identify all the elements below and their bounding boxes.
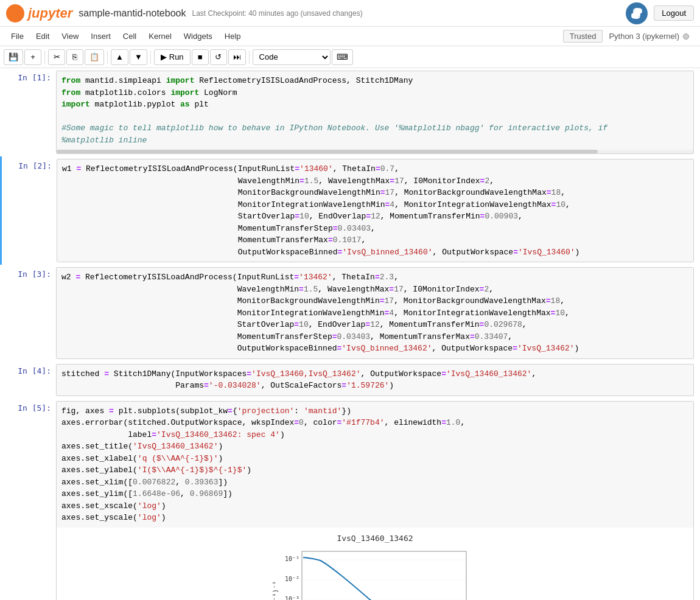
cell-5-code[interactable]: fig, axes = plt.subplots(subplot_kw={'pr… [57, 402, 693, 528]
notebook: In [1]: from mantid.simpleapi import Ref… [0, 68, 700, 600]
save-button[interactable]: 💾 [4, 49, 23, 65]
kernel-status-circle [683, 33, 689, 40]
cell-3: In [3]: w2 = ReflectometryISISLoadAndPro… [0, 265, 700, 361]
logout-button[interactable]: Logout [654, 5, 694, 21]
run-button[interactable]: ▶ Run [154, 49, 191, 65]
interrupt-button[interactable]: ■ [192, 49, 209, 65]
svg-text:10⁻¹: 10⁻¹ [285, 556, 299, 562]
cell-1-content[interactable]: from mantid.simpleapi import Reflectomet… [56, 71, 694, 154]
kernel-info-text: Python 3 (ipykernel) [609, 32, 679, 41]
cell-3-code[interactable]: w2 = ReflectometryISISLoadAndProcess(Inp… [57, 268, 693, 358]
cell-2-content[interactable]: w1 = ReflectometryISISLoadAndProcess(Inp… [57, 159, 694, 262]
cell-2-code[interactable]: w1 = ReflectometryISISLoadAndProcess(Inp… [57, 159, 693, 262]
run-icon: ▶ [161, 52, 167, 61]
cell-1: In [1]: from mantid.simpleapi import Ref… [0, 68, 700, 156]
chart-output: IvsQ_13460_13462 I(Å⁻¹)⁻¹ 10⁻¹ 10⁻² 10⁻³… [57, 528, 693, 601]
topbar-left: jupyter sample-mantid-notebook Last Chec… [6, 4, 363, 23]
cell-3-prompt: In [3]: [1, 265, 56, 361]
menu-file[interactable]: File [5, 30, 30, 43]
checkpoint-info: Last Checkpoint: 40 minutes ago (unsaved… [192, 9, 362, 18]
cell-4-prompt: In [4]: [1, 361, 56, 399]
menu-widgets[interactable]: Widgets [178, 30, 219, 43]
svg-text:10⁻³: 10⁻³ [285, 596, 299, 601]
add-cell-button[interactable]: + [24, 49, 41, 65]
chart-title: IvsQ_13460_13462 [63, 534, 687, 543]
restart-button[interactable]: ↺ [210, 49, 227, 65]
menubar: File Edit View Insert Cell Kernel Widget… [0, 27, 700, 46]
chart-svg: 10⁻¹ 10⁻² 10⁻³ 10⁻⁴ q (Å⁻¹) [271, 545, 478, 601]
paste-button[interactable]: 📋 [85, 49, 104, 65]
jupyter-logo: jupyter [6, 4, 72, 23]
toolbar-separator-3 [150, 51, 151, 64]
cell-5-prompt: In [5]: [1, 399, 56, 601]
restart-run-button[interactable]: ⏭ [228, 49, 246, 65]
python-logo [626, 2, 648, 24]
cell-2-prompt: In [2]: [2, 156, 57, 265]
menu-insert[interactable]: Insert [85, 30, 117, 43]
jupyter-wordmark: jupyter [28, 5, 72, 21]
cell-3-content[interactable]: w2 = ReflectometryISISLoadAndProcess(Inp… [56, 267, 694, 359]
toolbar-separator-4 [249, 51, 250, 64]
cell-1-prompt: In [1]: [1, 68, 56, 156]
menu-kernel[interactable]: Kernel [142, 30, 178, 43]
cell-2: In [2]: w1 = ReflectometryISISLoadAndPro… [0, 156, 700, 265]
cell-type-select[interactable]: Code Markdown Raw NBConvert Heading [253, 49, 331, 65]
cell-5: In [5]: fig, axes = plt.subplots(subplot… [0, 399, 700, 601]
toolbar-separator-1 [44, 51, 45, 64]
svg-point-0 [13, 7, 16, 10]
svg-point-1 [18, 15, 20, 17]
svg-rect-3 [302, 551, 466, 601]
move-down-button[interactable]: ▼ [130, 49, 147, 65]
topbar: jupyter sample-mantid-notebook Last Chec… [0, 0, 700, 27]
cut-button[interactable]: ✂ [48, 49, 65, 65]
notebook-title: sample-mantid-notebook [79, 8, 186, 19]
chart-area: I(Å⁻¹)⁻¹ 10⁻¹ 10⁻² 10⁻³ 10⁻⁴ [271, 545, 478, 601]
cell-5-content[interactable]: fig, axes = plt.subplots(subplot_kw={'pr… [56, 401, 694, 601]
cell-4-code[interactable]: stitched = Stitch1DMany(InputWorkspaces=… [57, 365, 693, 396]
menu-help[interactable]: Help [219, 30, 247, 43]
keyboard-shortcuts-button[interactable]: ⌨ [332, 49, 353, 65]
toolbar: 💾 + ✂ ⎘ 📋 ▲ ▼ ▶ Run ■ ↺ ⏭ Code Markdown … [0, 46, 700, 68]
toolbar-separator-2 [107, 51, 108, 64]
svg-text:10⁻²: 10⁻² [285, 576, 299, 582]
menu-edit[interactable]: Edit [30, 30, 55, 43]
menu-cell[interactable]: Cell [117, 30, 142, 43]
cell-4-content[interactable]: stitched = Stitch1DMany(InputWorkspaces=… [56, 364, 694, 396]
topbar-right: Logout [626, 2, 694, 24]
menu-view[interactable]: View [55, 30, 85, 43]
copy-button[interactable]: ⎘ [66, 49, 83, 65]
run-label: Run [169, 52, 184, 61]
trusted-badge: Trusted [563, 30, 603, 43]
kernel-info: Python 3 (ipykernel) [603, 30, 695, 42]
cell-1-code[interactable]: from mantid.simpleapi import Reflectomet… [57, 71, 693, 150]
cell-1-scrollbar [57, 150, 693, 153]
chart-y-label: I(Å⁻¹)⁻¹ [271, 581, 279, 600]
move-up-button[interactable]: ▲ [111, 49, 128, 65]
cell-4: In [4]: stitched = Stitch1DMany(InputWor… [0, 361, 700, 399]
jupyter-logo-icon [6, 4, 24, 23]
svg-point-2 [10, 15, 12, 17]
